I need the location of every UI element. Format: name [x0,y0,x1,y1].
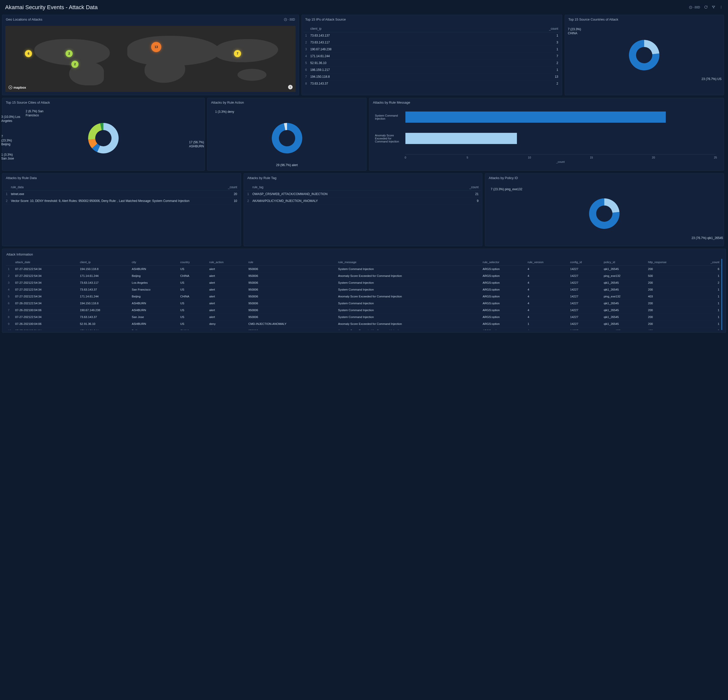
table-row[interactable]: 307-27-202122:54:3473.63.143.117Los Ange… [6,279,721,286]
col-_count[interactable]: _count [694,259,721,266]
filter-button[interactable] [712,5,715,10]
table-row[interactable]: 907-26-202100:04:0652.91.36.10ASHBURNUSd… [6,320,721,328]
table-row[interactable]: 207-27-202122:54:34171.14.61.244BeijingC… [6,273,721,279]
attack-info-table: attack_dateclient_ipcitycountryrule_acti… [6,259,721,330]
panel-title: Attacks by Rule Data [6,176,36,180]
rule-tag-table: rule_tag _count 1OWASP_CRS/WEB_ATTACK/CO… [246,184,481,205]
table-row[interactable]: 1007-27-202122:54:34171.14.61.244Beijing… [6,328,721,330]
col-rule-data[interactable]: rule_data [9,184,224,191]
rule-data-table: rule_data _count 1telnet.exe202Vector Sc… [4,184,239,205]
chart-label: 2 (6.7%) SanFrancisco [26,110,43,117]
panel-title: Geo Locations of Attacks [6,17,42,21]
col-attack_date[interactable]: attack_date [13,259,78,266]
panel-time-range[interactable]: -30D [284,18,295,21]
table-row[interactable]: 1OWASP_CRS/WEB_ATTACK/COMMAND_INJECTION2… [246,191,481,198]
svg-rect-7 [290,87,290,88]
panel-title: Attacks by Rule Action [211,101,244,104]
panel-title: Top 15 Source Countries of Attack [569,17,618,21]
panel-rule-action: Attacks by Rule Action 29 (96.7%) alert1… [207,98,367,171]
table-row[interactable]: 273.63.143.1173 [303,39,560,46]
table-row[interactable]: 607-26-202122:54:34194.150.118.8ASHBURNU… [6,300,721,307]
col-rule_selector[interactable]: rule_selector [481,259,526,266]
chart-label: 7 (23.3%) ping_exe132 [491,188,522,192]
refresh-button[interactable] [704,5,708,10]
table-row[interactable]: 173.63.143.1371 [303,32,560,39]
donut-countries[interactable]: 7 (23.3%)CHINA23 (76.7%) US [568,26,721,84]
mapbox-logo: mapbox [9,85,26,89]
map-bubble[interactable]: 7 [234,50,241,57]
table-row[interactable]: 807-27-202122:54:3473.63.143.37San JoseU… [6,314,721,320]
col-country[interactable]: country [178,259,207,266]
col-client-ip[interactable]: client_ip [308,25,474,32]
map-bubble[interactable]: 2 [65,50,73,57]
col-policy_id[interactable]: policy_id [602,259,646,266]
page-header: Akamai Security Events - Attack Data -30… [2,2,726,15]
panel-title: Attack Information [6,253,33,256]
col-rule[interactable]: rule [246,259,336,266]
table-row[interactable]: 552.91.36.102 [303,60,560,66]
chart-label: 29 (96.7%) alert [276,163,298,167]
svg-point-3 [721,8,721,9]
col-count[interactable]: _count [224,184,239,191]
panel-policy-id: Attacks by Policy ID 7 (23.3%) ping_exe1… [485,173,724,246]
info-icon [289,85,292,89]
panel-top-ips: Top 15 IPs of Attack Source client_ip _c… [302,15,562,95]
chart-label: 1 (3.3%)San Jose [1,153,14,161]
col-client_ip[interactable]: client_ip [78,259,130,266]
table-row[interactable]: 707-26-202100:04:06190.67.149.238ASHBURN… [6,307,721,314]
col-rule_action[interactable]: rule_action [207,259,246,266]
clock-icon [689,6,692,9]
time-range-picker[interactable]: -30D [689,6,700,9]
svg-point-2 [721,7,721,7]
col-count[interactable]: _count [474,25,560,32]
table-row[interactable]: 873.63.143.372 [303,80,560,87]
world-map[interactable]: mapbox 622137 [5,26,296,92]
panel-rule-message: Attacks by Rule Message System Command I… [369,98,724,171]
map-info-button[interactable] [288,85,293,89]
top-ips-table: client_ip _count 173.63.143.1371273.63.1… [303,25,560,87]
panel-top-cities: Top 15 Source Cities of Attack 17 (56.7%… [2,98,205,171]
donut-rule-action[interactable]: 29 (96.7%) alert1 (3.3%) deny [211,109,363,167]
svg-point-6 [290,87,290,87]
table-row[interactable]: 407-27-202122:54:3473.63.143.37San Franc… [6,286,721,293]
col-city[interactable]: city [130,259,178,266]
col-rule-tag[interactable]: rule_tag [250,184,448,191]
chart-label: 7 (23.3%)CHINA [568,27,581,35]
panel-geo-locations: Geo Locations of Attacks -30D [2,15,299,95]
table-row[interactable]: 107-27-202122:54:34194.150.118.8ASHBURNU… [6,266,721,273]
table-row[interactable]: 6186.159.1.2171 [303,66,560,74]
chart-label: 17 (56.7%)ASHBURN [189,140,204,148]
col-rule_version[interactable]: rule_version [526,259,568,266]
x-axis: 0510152025_count [405,154,715,162]
chart-label: 1 (3.3%) deny [215,110,234,114]
map-bubble[interactable]: 2 [71,61,78,68]
panel-title: Attacks by Rule Tag [247,176,277,180]
panel-title: Attacks by Policy ID [489,176,518,180]
map-bubble[interactable]: 13 [151,42,161,52]
refresh-icon [704,5,708,9]
table-row[interactable]: 2Vector Score: 10, DENY threshold: 9, Al… [4,198,239,205]
clock-icon [284,18,287,21]
donut-policy-id[interactable]: 7 (23.3%) ping_exe13223 (76.7%) qik1_265… [488,185,721,243]
panel-title: Attacks by Rule Message [373,101,410,104]
bar-chart-rule-message[interactable]: System Command InjectionAnomaly Score Ex… [373,109,721,165]
map-bubble[interactable]: 6 [25,50,32,57]
panel-top-countries: Top 15 Source Countries of Attack 7 (23.… [565,15,724,95]
table-row[interactable]: 3190.67.149.2381 [303,46,560,53]
col-count[interactable]: _count [448,184,481,191]
filter-icon [712,5,715,9]
chart-label: 3 (10.0%) LosAngeles [1,115,20,123]
more-button[interactable] [719,5,723,10]
col-rule_message[interactable]: rule_message [336,259,481,266]
table-row[interactable]: 7194.150.118.813 [303,74,560,80]
bar-row[interactable]: System Command Injection [375,111,715,123]
table-row[interactable]: 2AKAMAI/POLICY/CMD_INJECTION_ANOMALY9 [246,198,481,205]
table-row[interactable]: 1telnet.exe20 [4,191,239,198]
svg-point-1 [721,6,721,6]
bar-row[interactable]: Anomaly Score Exceeded for Command Injec… [375,133,715,144]
table-row[interactable]: 4171.14.61.2447 [303,53,560,60]
table-row[interactable]: 507-27-202122:54:34171.14.61.244BeijingC… [6,293,721,300]
col-config_id[interactable]: config_id [568,259,602,266]
col-http_response[interactable]: http_response [646,259,694,266]
donut-cities[interactable]: 17 (56.7%)ASHBURN2 (6.7%) SanFrancisco3 … [5,109,201,167]
